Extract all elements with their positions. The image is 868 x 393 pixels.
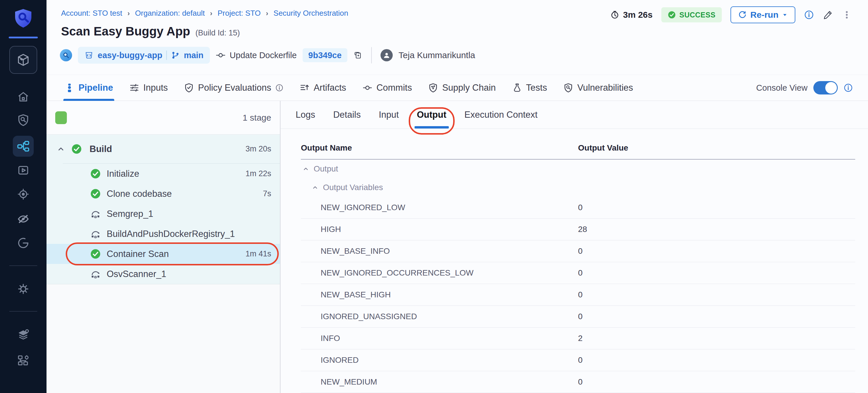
status-badge: SUCCESS xyxy=(661,7,722,22)
step-row-osv-scanner[interactable]: OsvScanner_1 xyxy=(46,264,280,284)
output-table: Output Name Output Value Output Output V… xyxy=(301,137,855,393)
page-title-row: Scan Easy Buggy App (Build Id: 15) xyxy=(61,24,240,38)
toggle-knob xyxy=(825,82,837,94)
git-branch-icon xyxy=(171,51,180,60)
module-switcher-button[interactable] xyxy=(9,46,37,74)
main-area: Account: STO test › Organization: defaul… xyxy=(46,0,868,393)
stage-row-build[interactable]: Build 3m 20s xyxy=(46,134,280,163)
breadcrumb-module[interactable]: Security Orchestration xyxy=(274,9,348,18)
group-row-output[interactable]: Output xyxy=(301,159,855,178)
stage-status-square[interactable] xyxy=(55,111,67,124)
project-setup-nav-icon[interactable] xyxy=(13,324,34,345)
pipelines-nav-icon[interactable] xyxy=(13,136,34,157)
step-row-clone-codebase[interactable]: Clone codebase 7s xyxy=(46,184,280,204)
exemptions-eye-off-nav-icon[interactable] xyxy=(13,208,34,229)
get-started-nav-icon[interactable] xyxy=(13,233,34,253)
step-row-semgrep[interactable]: Semgrep_1 xyxy=(46,204,280,224)
tab-commits[interactable]: Commits xyxy=(363,75,412,100)
console-view-group: Console View xyxy=(756,81,868,94)
execution-header: Account: STO test › Organization: defaul… xyxy=(46,0,868,75)
breadcrumb-project[interactable]: Project: STO xyxy=(217,9,260,18)
table-row: NEW_BASE_INFO0 xyxy=(301,240,855,262)
queued-icon xyxy=(90,208,101,219)
header-actions: 3m 26s SUCCESS Re-run xyxy=(610,6,852,23)
org-structure-nav-icon[interactable] xyxy=(13,350,34,370)
success-icon xyxy=(90,168,101,179)
build-meta-row: easy-buggy-app main Update Dockerfile 9b… xyxy=(60,47,475,64)
tests-flask-icon xyxy=(512,83,522,93)
stage-panel-header: 1 stage xyxy=(46,101,280,134)
group-row-output-variables[interactable]: Output Variables xyxy=(301,178,855,197)
settings-nav-icon[interactable] xyxy=(13,278,34,299)
nav-divider xyxy=(9,311,37,312)
policy-info-icon xyxy=(275,84,283,92)
author-name: Teja Kummarikuntla xyxy=(399,50,475,60)
breadcrumb-account[interactable]: Account: STO test xyxy=(61,9,122,18)
detail-tab-execution-context[interactable]: Execution Context xyxy=(465,101,538,128)
rerun-button[interactable]: Re-run xyxy=(731,6,795,23)
targets-nav-icon[interactable] xyxy=(13,184,34,205)
stage-panel-empty-area xyxy=(46,284,280,393)
tab-supply-chain[interactable]: Supply Chain xyxy=(428,75,496,100)
commit-sha-pill[interactable]: 9b349ce xyxy=(303,48,348,62)
overview-shield-search-nav-icon[interactable] xyxy=(13,110,34,130)
table-row: NEW_BASE_HIGH0 xyxy=(301,284,855,306)
detail-tab-details[interactable]: Details xyxy=(333,101,361,128)
repository-icon xyxy=(84,51,94,60)
supply-chain-icon xyxy=(428,83,438,93)
step-details-panel: Logs Details Input Output Execution Cont… xyxy=(280,101,868,393)
sto-module-logo-icon[interactable] xyxy=(14,8,33,29)
clock-icon xyxy=(610,10,619,20)
rerun-refresh-icon xyxy=(738,10,747,19)
detail-tab-output[interactable]: Output xyxy=(417,101,446,128)
tab-artifacts[interactable]: Artifacts xyxy=(300,75,346,100)
console-view-info-icon[interactable] xyxy=(844,83,853,92)
tab-vulnerabilities[interactable]: Vulnerabilities xyxy=(563,75,633,100)
detail-tab-input[interactable]: Input xyxy=(379,101,399,128)
step-row-initialize[interactable]: Initialize 1m 22s xyxy=(46,164,280,184)
left-nav-rail xyxy=(0,0,46,393)
success-icon xyxy=(90,188,101,199)
pill-divider xyxy=(166,51,167,60)
duration-text: 3m 26s xyxy=(623,10,653,20)
breadcrumb-organization[interactable]: Organization: default xyxy=(135,9,205,18)
detail-tab-logs[interactable]: Logs xyxy=(296,101,315,128)
commit-message: Update Dockerfile xyxy=(230,51,297,60)
tab-policy-evaluations[interactable]: Policy Evaluations xyxy=(184,75,283,100)
stage-panel: 1 stage Build 3m 20s Initialize 1m 22s xyxy=(46,101,280,393)
status-text: SUCCESS xyxy=(679,11,715,19)
console-view-toggle[interactable] xyxy=(813,81,838,94)
table-row: NEW_IGNORED_OCCURRENCES_LOW0 xyxy=(301,262,855,284)
stage-count: 1 stage xyxy=(243,113,271,123)
tab-inputs[interactable]: Inputs xyxy=(129,75,168,100)
table-row: NEW_MEDIUM0 xyxy=(301,371,855,393)
copy-sha-icon[interactable] xyxy=(353,51,363,60)
step-row-build-and-push[interactable]: BuildAndPushDockerRegistry_1 xyxy=(46,224,280,244)
build-info-icon[interactable] xyxy=(804,10,814,20)
page-title: Scan Easy Buggy App xyxy=(61,24,190,38)
stage-duration: 3m 20s xyxy=(245,145,271,153)
build-id: (Build Id: 15) xyxy=(195,29,240,37)
nav-accent-divider xyxy=(9,37,38,38)
artifacts-icon xyxy=(300,83,310,93)
repo-branch-pill[interactable]: easy-buggy-app main xyxy=(78,47,210,64)
breadcrumb: Account: STO test › Organization: defaul… xyxy=(61,9,348,18)
tab-pipeline[interactable]: Pipeline xyxy=(65,75,113,100)
nav-divider xyxy=(9,265,37,266)
tab-tests[interactable]: Tests xyxy=(512,75,547,100)
executions-nav-icon[interactable] xyxy=(13,159,34,181)
pipeline-content: 1 stage Build 3m 20s Initialize 1m 22s xyxy=(46,101,868,393)
commit-icon xyxy=(216,50,225,60)
home-nav-icon[interactable] xyxy=(13,86,34,107)
breadcrumb-separator: › xyxy=(266,9,268,18)
console-view-label: Console View xyxy=(756,83,808,93)
table-row: INFO2 xyxy=(301,328,855,350)
table-row: HIGH28 xyxy=(301,219,855,240)
step-row-container-scan[interactable]: Container Scan 1m 41s xyxy=(46,244,280,264)
pipeline-icon xyxy=(65,83,74,93)
more-options-kebab-icon[interactable] xyxy=(842,10,852,20)
table-row: IGNORED_UNASSIGNED0 xyxy=(301,306,855,328)
edit-pipeline-icon[interactable] xyxy=(823,9,833,20)
app-window: Account: STO test › Organization: defaul… xyxy=(0,0,868,393)
success-icon xyxy=(90,248,101,259)
